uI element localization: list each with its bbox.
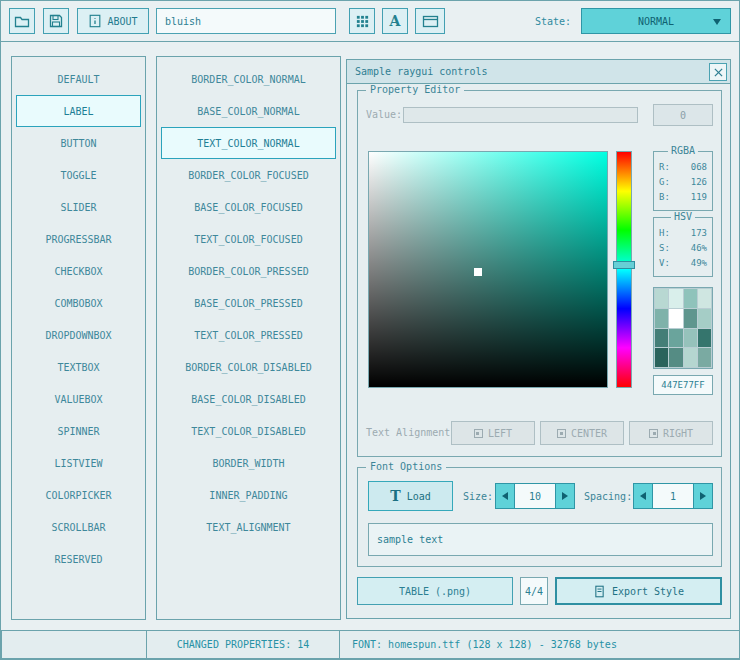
- font-atlas-button[interactable]: A: [382, 8, 408, 34]
- property-item-inner_padding[interactable]: INNER_PADDING: [161, 479, 336, 511]
- rgba-red-row: R:068: [654, 160, 712, 175]
- control-item-label[interactable]: LABEL: [16, 95, 141, 127]
- load-font-button[interactable]: T Load: [368, 481, 453, 511]
- color-swatch-12[interactable]: [655, 348, 668, 367]
- color-saturation-value-panel[interactable]: [368, 151, 608, 388]
- hue-slider-handle[interactable]: [613, 261, 635, 269]
- toolbar: ABOUT A State: NORMAL: [1, 1, 739, 42]
- control-item-listview[interactable]: LISTVIEW: [16, 447, 141, 479]
- color-swatch-14[interactable]: [684, 348, 697, 367]
- style-table-image-button[interactable]: [349, 8, 375, 34]
- property-item-border_color_focused[interactable]: BORDER_COLOR_FOCUSED: [161, 159, 336, 191]
- control-item-button[interactable]: BUTTON: [16, 127, 141, 159]
- property-item-text_color_pressed[interactable]: TEXT_COLOR_PRESSED: [161, 319, 336, 351]
- load-font-label: Load: [407, 491, 431, 502]
- arrow-left-icon: [502, 492, 508, 500]
- export-style-label: Export Style: [612, 586, 684, 597]
- color-swatch-5[interactable]: [669, 309, 682, 328]
- color-swatch-8[interactable]: [655, 329, 668, 348]
- property-item-text_color_disabled[interactable]: TEXT_COLOR_DISABLED: [161, 415, 336, 447]
- value-box[interactable]: 0: [653, 104, 713, 126]
- sample-text-input[interactable]: sample text: [368, 523, 713, 556]
- chevron-down-icon: [713, 19, 721, 25]
- property-item-base_color_pressed[interactable]: BASE_COLOR_PRESSED: [161, 287, 336, 319]
- control-item-progressbar[interactable]: PROGRESSBAR: [16, 223, 141, 255]
- state-label: State:: [471, 1, 571, 42]
- property-item-border_color_disabled[interactable]: BORDER_COLOR_DISABLED: [161, 351, 336, 383]
- color-swatch-0[interactable]: [655, 289, 668, 308]
- align-left-button[interactable]: LEFT: [451, 421, 535, 445]
- color-picker-cursor[interactable]: [474, 268, 482, 276]
- control-item-colorpicker[interactable]: COLORPICKER: [16, 479, 141, 511]
- close-window-button[interactable]: [709, 63, 727, 81]
- value-slider[interactable]: [403, 107, 638, 123]
- hsv-value-row: V:49%: [654, 256, 712, 271]
- arrow-left-icon: [640, 492, 646, 500]
- color-swatch-4[interactable]: [655, 309, 668, 328]
- state-dropdown-value: NORMAL: [638, 16, 674, 27]
- save-style-button[interactable]: [43, 8, 69, 34]
- control-item-checkbox[interactable]: CHECKBOX: [16, 255, 141, 287]
- arrow-right-icon: [562, 492, 568, 500]
- color-swatch-13[interactable]: [669, 348, 682, 367]
- size-increase-button[interactable]: [555, 483, 575, 509]
- controls-list: DEFAULTLABELBUTTONTOGGLESLIDERPROGRESSBA…: [11, 56, 146, 620]
- align-center-button[interactable]: CENTER: [540, 421, 624, 445]
- color-swatch-6[interactable]: [684, 309, 697, 328]
- state-dropdown[interactable]: NORMAL: [581, 8, 731, 34]
- hex-value-box[interactable]: 447E77FF: [653, 375, 713, 395]
- control-item-textbox[interactable]: TEXTBOX: [16, 351, 141, 383]
- color-swatch-15[interactable]: [698, 348, 711, 367]
- rgba-panel: RGBA R:068 G:126 B:119: [653, 151, 713, 211]
- color-swatch-11[interactable]: [698, 329, 711, 348]
- export-style-button[interactable]: Export Style: [555, 577, 722, 605]
- control-item-default[interactable]: DEFAULT: [16, 63, 141, 95]
- spacing-decrease-button[interactable]: [633, 483, 653, 509]
- control-item-dropdownbox[interactable]: DROPDOWNBOX: [16, 319, 141, 351]
- open-style-button[interactable]: [9, 8, 35, 34]
- floppy-save-icon: [48, 13, 64, 29]
- control-item-toggle[interactable]: TOGGLE: [16, 159, 141, 191]
- close-icon: [714, 68, 723, 77]
- property-item-base_color_disabled[interactable]: BASE_COLOR_DISABLED: [161, 383, 336, 415]
- color-swatch-9[interactable]: [669, 329, 682, 348]
- property-item-border_color_normal[interactable]: BORDER_COLOR_NORMAL: [161, 63, 336, 95]
- property-editor-group: Property Editor Value: 0 RGBA R:068 G:12…: [357, 90, 722, 457]
- about-button[interactable]: ABOUT: [77, 8, 149, 34]
- export-format-dropdown[interactable]: TABLE (.png): [357, 577, 513, 605]
- hue-slider[interactable]: [616, 151, 632, 388]
- spacing-increase-button[interactable]: [693, 483, 713, 509]
- control-item-combobox[interactable]: COMBOBOX: [16, 287, 141, 319]
- text-alignment-label: Text Alignment:: [366, 427, 456, 438]
- color-swatch-10[interactable]: [684, 329, 697, 348]
- color-swatch-7[interactable]: [698, 309, 711, 328]
- property-item-base_color_normal[interactable]: BASE_COLOR_NORMAL: [161, 95, 336, 127]
- property-item-text_color_focused[interactable]: TEXT_COLOR_FOCUSED: [161, 223, 336, 255]
- style-name-input[interactable]: [156, 8, 336, 34]
- control-item-reserved[interactable]: RESERVED: [16, 543, 141, 575]
- export-format-label: TABLE (.png): [399, 586, 471, 597]
- control-item-valuebox[interactable]: VALUEBOX: [16, 383, 141, 415]
- size-value-box[interactable]: 10: [515, 483, 555, 509]
- property-item-text_alignment[interactable]: TEXT_ALIGNMENT: [161, 511, 336, 543]
- property-item-border_width[interactable]: BORDER_WIDTH: [161, 447, 336, 479]
- color-swatch-1[interactable]: [669, 289, 682, 308]
- pages-indicator[interactable]: 4/4: [520, 577, 548, 605]
- spacing-value-box[interactable]: 1: [653, 483, 693, 509]
- align-left-icon: [474, 429, 483, 438]
- control-item-spinner[interactable]: SPINNER: [16, 415, 141, 447]
- rgba-green-row: G:126: [654, 175, 712, 190]
- window-title: Sample raygui controls: [347, 66, 487, 77]
- property-item-text_color_normal[interactable]: TEXT_COLOR_NORMAL: [161, 127, 336, 159]
- test-window-button[interactable]: [415, 8, 445, 34]
- property-item-border_color_pressed[interactable]: BORDER_COLOR_PRESSED: [161, 255, 336, 287]
- grid-icon: [355, 14, 370, 29]
- align-right-button[interactable]: RIGHT: [629, 421, 713, 445]
- window-titlebar: Sample raygui controls: [347, 60, 730, 84]
- property-item-base_color_focused[interactable]: BASE_COLOR_FOCUSED: [161, 191, 336, 223]
- color-swatch-2[interactable]: [684, 289, 697, 308]
- control-item-scrollbar[interactable]: SCROLLBAR: [16, 511, 141, 543]
- control-item-slider[interactable]: SLIDER: [16, 191, 141, 223]
- color-swatch-3[interactable]: [698, 289, 711, 308]
- size-decrease-button[interactable]: [495, 483, 515, 509]
